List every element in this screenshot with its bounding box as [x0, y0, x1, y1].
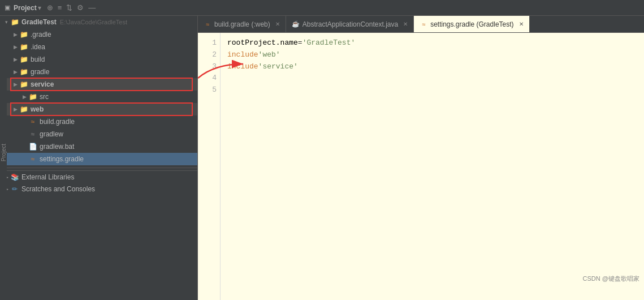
spacer: [20, 130, 28, 138]
code-token: include: [227, 49, 258, 61]
tree-root-path: E:\JavaCode\GradleTest: [60, 19, 127, 25]
gradle-file-icon: ≈: [28, 117, 37, 126]
library-icon: 📚: [10, 173, 19, 182]
tree-item-label: web: [31, 105, 44, 113]
gradle-tab-icon: ≈: [420, 20, 427, 28]
code-line-4: [227, 72, 637, 84]
arrow-icon: ▾: [2, 18, 10, 26]
folder-icon: 📁: [19, 67, 28, 76]
tree-item-external-libraries[interactable]: ▶ 📚 External Libraries: [0, 170, 197, 183]
tree-item-web[interactable]: ▶ 📁 web: [0, 103, 197, 115]
folder-icon: 📁: [19, 55, 28, 64]
code-token: rootProject.name: [227, 37, 298, 49]
code-token: 'web': [258, 49, 280, 61]
tree-root[interactable]: ▾ 📁 GradleTest E:\JavaCode\GradleTest: [0, 16, 197, 28]
tab-abstract-app-context[interactable]: ☕ AbstractApplicationContext.java ✕: [286, 16, 414, 32]
tree-item-idea[interactable]: ▶ 📁 .idea: [0, 41, 197, 53]
title-icon-sort[interactable]: ⇅: [66, 3, 72, 12]
tree-item-label: External Libraries: [21, 173, 74, 181]
title-icon-structure[interactable]: ≡: [58, 3, 62, 12]
arrow-icon: ▶: [11, 55, 19, 63]
tree-item-gradlew[interactable]: ≈ gradlew: [0, 128, 197, 140]
arrow-icon: ▶: [11, 31, 19, 38]
folder-icon: 📁: [19, 42, 28, 52]
java-tab-icon: ☕: [292, 20, 300, 28]
tree-item-label: build.gradle: [40, 118, 75, 126]
tab-build-gradle-web[interactable]: ≈ build.gradle (:web) ✕: [198, 16, 286, 32]
tree-item-label: Scratches and Consoles: [21, 185, 95, 193]
tree-item-scratches[interactable]: ▶ ✏ Scratches and Consoles: [0, 183, 197, 195]
code-line-2: include 'web': [227, 49, 637, 61]
divider: [0, 168, 197, 168]
module-folder-icon: 📁: [19, 80, 28, 89]
tree-item-settings-gradle[interactable]: ≈ settings.gradle: [0, 153, 197, 165]
file-icon: ≈: [28, 130, 37, 139]
code-line-1: rootProject.name = 'GradleTest': [227, 37, 637, 49]
tab-settings-gradle[interactable]: ≈ settings.gradle (GradleTest) ✕: [414, 16, 529, 32]
tree-item-label: gradlew: [40, 130, 63, 138]
title-bar: ▣ Project ▾ ⊕ ≡ ⇅ ⚙ —: [0, 0, 644, 16]
tree-item-label: build: [31, 55, 45, 63]
tab-close-button[interactable]: ✕: [519, 21, 524, 27]
tree-item-gradle-hidden[interactable]: ▶ 📁 .gradle: [0, 28, 197, 41]
tree-root-label: GradleTest: [21, 18, 57, 26]
line-numbers: 1 2 3 4 5: [198, 33, 221, 300]
title-icon-settings[interactable]: ⚙: [77, 3, 84, 12]
folder-icon: 📁: [19, 30, 28, 39]
spacer: [20, 143, 28, 151]
arrow-icon: ▶: [20, 93, 28, 101]
code-token: include: [227, 61, 258, 73]
arrow-icon: ▶: [11, 68, 19, 76]
vertical-label: Project: [0, 68, 7, 238]
tree-item-label: .idea: [31, 43, 45, 51]
tree-item-build-gradle[interactable]: ≈ build.gradle: [0, 115, 197, 128]
code-line-5: [227, 84, 637, 96]
title-bar-text: Project: [14, 4, 37, 12]
tree-item-label: service: [31, 80, 54, 88]
tree-item-label: settings.gradle: [40, 155, 84, 163]
arrow-icon: ▶: [11, 80, 19, 88]
project-root-icon: 📁: [10, 18, 19, 27]
tab-close-button[interactable]: ✕: [275, 21, 280, 27]
code-editor[interactable]: rootProject.name = 'GradleTest' include …: [221, 33, 644, 300]
tree-section-web: ▶ 📁 web: [0, 103, 197, 115]
title-icon-minimize[interactable]: —: [88, 3, 96, 12]
code-token: =: [298, 37, 302, 49]
code-line-3: include 'service': [227, 61, 637, 73]
code-token: 'service': [258, 61, 298, 73]
spacer: [20, 118, 28, 126]
folder-icon: 📁: [28, 92, 37, 101]
project-icon: ▣: [5, 4, 10, 11]
tree-item-gradlew-bat[interactable]: 📄 gradlew.bat: [0, 140, 197, 153]
tab-close-button[interactable]: ✕: [403, 21, 408, 27]
tab-label: build.gradle (:web): [214, 20, 270, 28]
tree-section-service: ▶ 📁 service: [0, 78, 197, 91]
tab-label: AbstractApplicationContext.java: [302, 20, 398, 28]
arrow-icon: ▶: [11, 43, 19, 51]
tree-item-label: gradlew.bat: [40, 143, 74, 151]
tab-bar: ≈ build.gradle (:web) ✕ ☕ AbstractApplic…: [198, 16, 644, 33]
tree-item-src[interactable]: ▶ 📁 src: [0, 91, 197, 103]
tree-item-gradle[interactable]: ▶ 📁 gradle: [0, 66, 197, 78]
gradle-file-icon: ≈: [28, 155, 37, 164]
module-folder-icon: 📁: [19, 105, 28, 114]
gradle-tab-icon: ≈: [204, 20, 211, 28]
spacer: [20, 155, 28, 163]
title-icon-add[interactable]: ⊕: [47, 3, 53, 12]
tree-item-service[interactable]: ▶ 📁 service: [0, 78, 197, 91]
arrow-icon: ▶: [11, 105, 19, 113]
code-token: 'GradleTest': [302, 37, 356, 49]
scratches-icon: ✏: [10, 185, 19, 194]
tree-item-label: .gradle: [31, 31, 51, 38]
watermark: CSDN @键盘歌唱家: [583, 275, 639, 283]
tree-item-label: gradle: [31, 68, 49, 76]
file-icon: 📄: [28, 142, 37, 151]
tree-item-label: src: [40, 93, 49, 101]
tree-item-build[interactable]: ▶ 📁 build: [0, 53, 197, 66]
tab-label: settings.gradle (GradleTest): [430, 20, 513, 28]
